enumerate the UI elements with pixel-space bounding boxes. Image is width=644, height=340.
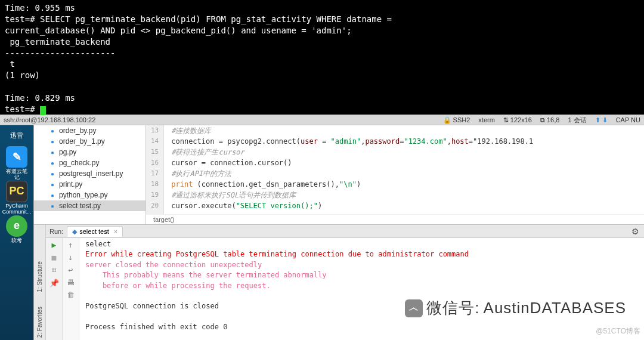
- terminal[interactable]: Time: 0.955 ms test=# SELECT pg_terminat…: [0, 0, 644, 115]
- run-panel: 1: Structure 2: Favorites Run: ◆ select …: [34, 224, 644, 340]
- desktop-app-cloud-notes[interactable]: ✎有道云笔记: [4, 146, 29, 181]
- soft-wrap-icon[interactable]: ↩: [69, 265, 73, 274]
- run-label: Run:: [46, 228, 67, 235]
- ssh-status-bar: ssh://root@192.168.198.100:22 🔒SSH2 xter…: [0, 115, 644, 125]
- python-file-icon: ●: [48, 191, 57, 199]
- trash-icon[interactable]: 🗑: [67, 290, 75, 299]
- tab-structure[interactable]: 1: Structure: [36, 261, 43, 292]
- session-arrows[interactable]: ⬆ ⬇: [595, 116, 608, 124]
- desktop-label-xunlei[interactable]: 迅雷: [10, 131, 23, 140]
- desktop-app-pycharm[interactable]: PCPyCharm Communit...: [4, 181, 29, 215]
- breadcrumb[interactable]: target(): [146, 214, 644, 224]
- desktop-strip: 迅雷 ✎有道云笔记PCPyCharm Communit...e软考: [0, 125, 33, 340]
- python-file-icon: ●: [48, 159, 57, 167]
- cursor-position: ⧉ 16,8: [540, 116, 559, 124]
- project-tree[interactable]: ●order_by.py●order_by_1.py●pg.py●pg_chec…: [34, 125, 146, 224]
- line-gutter: 1314151617181920: [146, 125, 164, 214]
- tree-file[interactable]: ●order_by.py: [34, 125, 145, 136]
- tree-file[interactable]: ●print.py: [34, 179, 145, 190]
- term-flags: CAP NU: [616, 116, 640, 123]
- tree-file[interactable]: ●pg_check.py: [34, 157, 145, 168]
- session-count: 1 会话: [568, 116, 586, 125]
- python-file-icon: ●: [48, 126, 57, 135]
- desktop-app-ruankao[interactable]: e软考: [4, 215, 29, 244]
- tab-favorites[interactable]: 2: Favorites: [36, 307, 43, 338]
- run-tab[interactable]: ◆ select test ×: [67, 226, 123, 237]
- tree-file[interactable]: ●pg.py: [34, 147, 145, 157]
- run-toolbar-primary: ▶ ■ ⌗ 📌: [46, 238, 63, 340]
- python-file-icon: ●: [48, 148, 57, 156]
- print-icon[interactable]: 🖶: [67, 278, 75, 287]
- tree-file[interactable]: ●python_type.py: [34, 190, 145, 200]
- run-toolbar-secondary: ↑ ↓ ↩ 🖶 🗑: [63, 238, 79, 340]
- term-type: xterm: [478, 116, 495, 123]
- code-text[interactable]: #连接数据库connection = psycopg2.connect(user…: [164, 125, 644, 214]
- tree-file[interactable]: ●postgresql_insert.py: [34, 168, 145, 179]
- run-tab-label: select test: [79, 228, 109, 235]
- up-arrow-icon[interactable]: ↑: [69, 240, 73, 249]
- lower-region: 迅雷 ✎有道云笔记PCPyCharm Communit...e软考 ●order…: [0, 125, 644, 340]
- close-icon[interactable]: ×: [114, 228, 117, 235]
- run-console[interactable]: select Error while creating PostgreSQL t…: [79, 238, 644, 340]
- editor[interactable]: 1314151617181920 #连接数据库connection = psyc…: [146, 125, 644, 224]
- gear-icon[interactable]: ⚙: [627, 227, 644, 236]
- python-file-icon: ●: [48, 202, 57, 210]
- stop-icon[interactable]: ■: [52, 253, 57, 262]
- down-arrow-icon[interactable]: ↓: [69, 253, 73, 262]
- python-icon: ◆: [72, 228, 77, 236]
- python-file-icon: ●: [48, 137, 57, 146]
- lock-icon: 🔒: [443, 116, 451, 124]
- layout-icon[interactable]: ⌗: [52, 265, 56, 275]
- pin-icon[interactable]: 📌: [49, 279, 59, 288]
- tree-file[interactable]: ●select test.py: [34, 200, 145, 211]
- ssh-connection-string: ssh://root@192.168.198.100:22: [4, 116, 435, 123]
- python-file-icon: ●: [48, 169, 57, 178]
- ide-window: ●order_by.py●order_by_1.py●pg.py●pg_chec…: [33, 125, 644, 340]
- tree-file[interactable]: ●order_by_1.py: [34, 136, 145, 147]
- ssh-protocol: 🔒SSH2: [443, 116, 470, 124]
- rerun-icon[interactable]: ▶: [52, 240, 57, 249]
- term-size: ⇅ 122x16: [503, 116, 532, 124]
- left-tool-tabs[interactable]: 1: Structure 2: Favorites: [34, 225, 46, 340]
- run-header: Run: ◆ select test × ⚙: [46, 225, 644, 238]
- python-file-icon: ●: [48, 180, 57, 188]
